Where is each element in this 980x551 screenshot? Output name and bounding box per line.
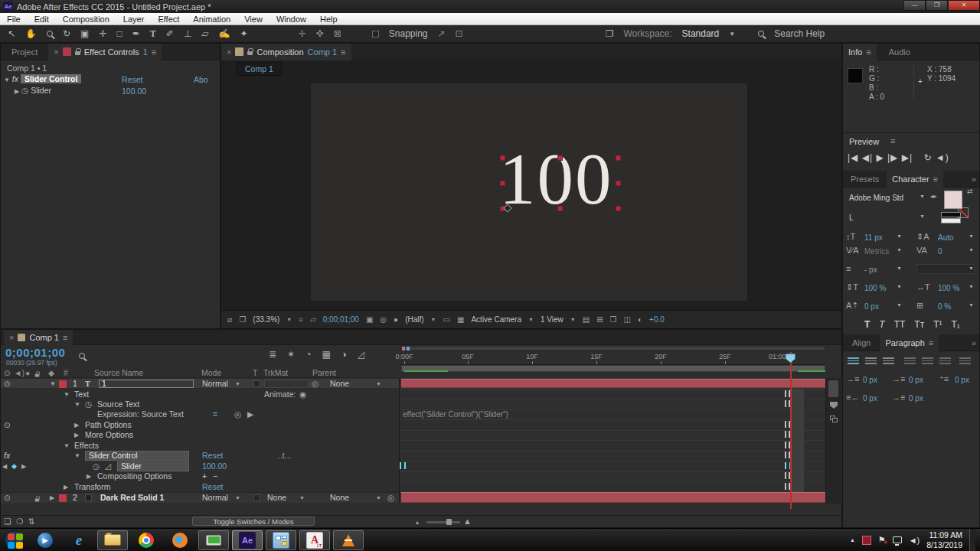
property-row-text[interactable]: ▼ Text Animate: ◉ [1, 390, 399, 399]
empty-select[interactable] [916, 264, 975, 274]
expand-modes-icon[interactable]: ❍ [16, 517, 23, 527]
tab-audio[interactable]: Audio [877, 47, 923, 57]
minimize-button[interactable]: — [903, 0, 926, 11]
taskbar-after-effects-button[interactable]: Ae [232, 530, 263, 550]
leading-dropdown-icon[interactable]: ▼ [969, 233, 974, 239]
twirl-down-icon[interactable]: ▼ [4, 77, 10, 83]
play-icon[interactable]: ▶ [876, 152, 884, 163]
property-label[interactable]: Text [74, 390, 89, 399]
property-row-effects[interactable]: ▼ Effects [1, 441, 399, 451]
twirl-right-icon[interactable]: ▶ [74, 430, 79, 440]
menu-layer[interactable]: Layer [116, 15, 152, 24]
layer-name[interactable]: Dark Red Solid 1 [100, 493, 164, 503]
animate-menu-icon[interactable]: ◉ [299, 390, 306, 399]
font-style-dropdown-icon[interactable]: ▼ [920, 214, 925, 219]
blend-mode-select[interactable]: Normal [202, 493, 228, 503]
twirl-right-icon[interactable]: ▶ [15, 88, 19, 95]
property-label[interactable]: More Options [85, 430, 133, 440]
tab-project[interactable]: Project [1, 47, 48, 57]
mini-flowchart-icon[interactable]: ⧄ [227, 315, 232, 324]
layer-row-1[interactable]: ⊙ ▼ 1 T 1 Normal ▼ ◎ None ▼ [1, 379, 399, 389]
hand-tool-icon[interactable]: ✋ [25, 28, 37, 39]
twirl-right-icon[interactable]: ▶ [64, 482, 68, 492]
layer2-duration-bar[interactable] [401, 492, 825, 503]
out-point-marker[interactable] [785, 400, 790, 407]
baseline-shift-value[interactable]: 0 px [864, 302, 879, 311]
snap-angle-icon[interactable]: ↗ [438, 28, 446, 39]
flowchart-icon[interactable]: ◫ [624, 315, 631, 324]
puppet-pin-tool-icon[interactable]: ✦ [240, 28, 248, 39]
panel-menu-icon[interactable]: ≡ [866, 47, 871, 57]
property-row-more-options[interactable]: ▶ More Options [1, 430, 399, 440]
selection-handle[interactable] [500, 155, 505, 161]
tab-composition[interactable]: × Composition Comp 1 ≡ [221, 44, 351, 60]
resolution-dropdown-icon[interactable]: ▼ [431, 317, 436, 322]
all-caps-button[interactable]: TT [894, 319, 906, 330]
world-axis-icon[interactable]: ✜ [316, 28, 324, 39]
justify-last-center-button[interactable] [922, 357, 933, 366]
show-snapshot-icon[interactable]: ◎ [380, 315, 387, 324]
pixel-aspect-icon[interactable]: ▤ [583, 315, 590, 324]
value-graph-icon[interactable]: ◿ [105, 461, 111, 471]
property-row-path-options[interactable]: ⊙ ▶ Path Options [1, 420, 399, 430]
zoom-out-mountain-icon[interactable]: ▴ [416, 517, 419, 527]
indent-right-value[interactable]: 0 px [863, 394, 877, 403]
kerning-value[interactable]: Metrics [864, 247, 889, 256]
monitor-icon[interactable]: ❒ [239, 315, 246, 324]
twirl-down-icon[interactable]: ▼ [74, 451, 80, 461]
param-value[interactable]: 100.00 [122, 86, 146, 96]
parent-select[interactable]: None [330, 493, 349, 503]
tracking-dropdown-icon[interactable]: ▼ [969, 247, 974, 253]
property-row-compositing-options[interactable]: ▶ Compositing Options + − [1, 471, 399, 481]
timeline-graph-area[interactable] [399, 378, 825, 504]
space-before-value[interactable]: 0 px [955, 376, 969, 384]
draft-3d-icon[interactable]: ✶ [287, 349, 295, 360]
local-axis-icon[interactable]: ✛ [299, 28, 306, 39]
mode-column-header[interactable]: Mode [201, 368, 221, 378]
first-line-indent-value[interactable]: 0 px [909, 376, 923, 384]
taskbar-screen-recorder-button[interactable] [198, 530, 229, 550]
menu-view[interactable]: View [237, 15, 270, 24]
effect-reset-link[interactable]: Reset [122, 75, 142, 84]
show-desktop-button[interactable] [969, 529, 975, 551]
tray-app-icon[interactable] [862, 536, 871, 545]
expression-graph-icon[interactable]: ◎ [234, 409, 241, 419]
grid-dropdown-icon[interactable]: ▼ [897, 266, 902, 271]
swap-fill-stroke-icon[interactable]: ⇄ [967, 187, 973, 195]
reset-link[interactable]: Reset [202, 451, 223, 461]
brush-tool-icon[interactable]: ✐ [166, 28, 174, 39]
out-point-marker[interactable] [785, 472, 790, 479]
horizontal-scale-dropdown-icon[interactable]: ▼ [969, 284, 974, 289]
lock-icon[interactable] [75, 51, 80, 55]
eyedropper-icon[interactable]: ✒ [930, 192, 937, 202]
fast-previews-icon[interactable]: ⊞ [596, 315, 603, 324]
hold-keyframe-icon[interactable] [400, 462, 406, 469]
subscript-button[interactable]: T₁ [952, 319, 960, 330]
lock-icon[interactable] [247, 51, 253, 55]
exposure-value[interactable]: +0.0 [649, 315, 665, 324]
out-point-marker[interactable] [785, 390, 790, 397]
selection-tool-icon[interactable]: ↖ [8, 28, 15, 39]
parent-dropdown-icon[interactable]: ▼ [376, 379, 381, 389]
camera-dropdown-icon[interactable]: ▼ [528, 317, 534, 322]
indent-left-value[interactable]: 0 px [863, 376, 877, 384]
panel-menu-icon[interactable]: ≡ [152, 47, 156, 57]
taskbar-wmp-button[interactable]: ▶ [30, 530, 60, 550]
font-style-select[interactable]: L [849, 214, 854, 222]
grid-guides-icon[interactable]: ⌗ [299, 315, 303, 324]
align-left-button[interactable] [848, 357, 859, 366]
stamp-tool-icon[interactable]: ⊥ [184, 28, 191, 39]
faux-bold-button[interactable]: T [864, 319, 870, 330]
effect-name[interactable]: Slider Control [21, 74, 81, 83]
magnification-value[interactable]: (33.3%) [253, 315, 279, 324]
twirl-down-icon[interactable]: ▼ [50, 379, 56, 389]
twirl-down-icon[interactable]: ▼ [64, 441, 70, 451]
empty-select-dropdown-icon[interactable]: ▼ [969, 266, 974, 271]
tab-info[interactable]: Info ≡ [843, 44, 877, 60]
pickwhip-icon[interactable]: ◎ [312, 379, 318, 389]
out-point-marker[interactable] [785, 431, 790, 438]
snapshot-icon[interactable]: ▣ [366, 315, 373, 324]
roi-icon[interactable]: ▭ [443, 315, 450, 324]
twirl-right-icon[interactable]: ▶ [50, 493, 54, 503]
property-label[interactable]: Compositing Options [97, 471, 172, 481]
